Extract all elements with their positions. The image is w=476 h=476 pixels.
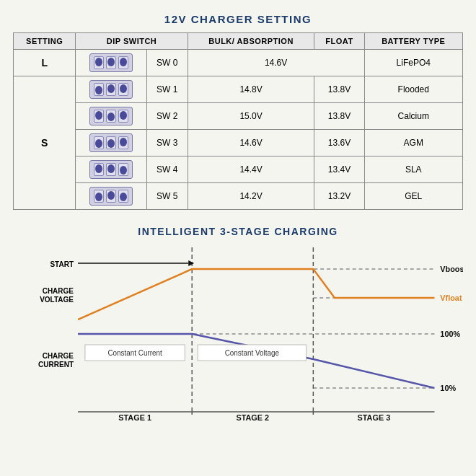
- cell-bulk-merged: 14.6V: [188, 50, 364, 76]
- cell-battery: Calcium: [364, 103, 462, 130]
- label-vfloat: Vfloat: [440, 294, 462, 302]
- table-row: SW 5 14.2V 13.2V GEL: [14, 183, 463, 210]
- label-charge-current: CHARGECURRENT: [38, 352, 74, 369]
- cell-battery: GEL: [364, 183, 462, 210]
- col-setting: SETTING: [14, 33, 76, 50]
- charger-section: 12V CHARGER SETTING SETTING DIP SWITCH B…: [13, 13, 463, 210]
- stage1-label: STAGE 1: [118, 413, 151, 422]
- cell-battery: AGM: [364, 130, 462, 157]
- svg-marker-7: [188, 260, 194, 266]
- cell-sw-label: SW 3: [146, 130, 188, 157]
- table-row: L SW 0 14.6V LiFePO4: [14, 50, 463, 76]
- cell-setting-s: S: [14, 76, 76, 210]
- chart-title: INTELLIGENT 3-STAGE CHARGING: [13, 226, 463, 237]
- charger-title: 12V CHARGER SETTING: [13, 13, 463, 25]
- cell-bulk: 14.8V: [188, 76, 314, 103]
- cell-sw-label: SW 4: [146, 157, 188, 183]
- cell-float: 13.8V: [314, 103, 364, 130]
- col-dipswitch: DIP SWITCH: [76, 33, 188, 50]
- col-bulk: BULK/ ABSORPTION: [188, 33, 314, 50]
- table-row: SW 3 14.6V 13.6V AGM: [14, 130, 463, 157]
- cell-dip-visual: [76, 130, 146, 157]
- charger-table: SETTING DIP SWITCH BULK/ ABSORPTION FLOA…: [13, 32, 463, 210]
- table-row: S SW 1 14.8V 13.8V Flooded: [14, 76, 463, 103]
- stage3-label: STAGE 3: [358, 413, 391, 422]
- cell-setting: L: [14, 50, 76, 76]
- cell-float: 13.4V: [314, 157, 364, 183]
- chart-area: START CHARGEVOLTAGE CHARGECURRENT: [13, 247, 463, 428]
- label-start: START: [50, 260, 74, 268]
- chart-svg: Vboost Vfloat 100% 10% Constant Current …: [78, 247, 463, 428]
- col-float: FLOAT: [314, 33, 364, 50]
- chart-section: INTELLIGENT 3-STAGE CHARGING START CHARG…: [13, 226, 463, 428]
- cell-dip-visual: [76, 183, 146, 210]
- label-vboost: Vboost: [440, 265, 463, 273]
- cell-sw-label: SW 1: [146, 76, 188, 103]
- cell-float: 13.8V: [314, 76, 364, 103]
- label-10pct: 10%: [440, 384, 456, 392]
- chart-svg-wrapper: Vboost Vfloat 100% 10% Constant Current …: [78, 247, 463, 428]
- cell-battery: Flooded: [364, 76, 462, 103]
- cell-battery: LiFePO4: [364, 50, 462, 76]
- cell-bulk: 14.6V: [188, 130, 314, 157]
- cell-bulk: 14.2V: [188, 183, 314, 210]
- cell-bulk: 15.0V: [188, 103, 314, 130]
- cell-dip-visual: [76, 50, 146, 76]
- table-row: SW 4 14.4V 13.4V SLA: [14, 157, 463, 183]
- cell-float: 13.2V: [314, 183, 364, 210]
- label-constant-voltage: Constant Voltage: [225, 349, 280, 357]
- cell-dip-visual: [76, 157, 146, 183]
- cell-float: 13.6V: [314, 130, 364, 157]
- cell-sw-label: SW 0: [146, 50, 188, 76]
- table-header-row: SETTING DIP SWITCH BULK/ ABSORPTION FLOA…: [14, 33, 463, 50]
- cell-sw-label: SW 2: [146, 103, 188, 130]
- cell-dip-visual: [76, 76, 146, 103]
- cell-battery: SLA: [364, 157, 462, 183]
- label-100pct: 100%: [440, 330, 460, 338]
- label-constant-current: Constant Current: [107, 349, 162, 357]
- label-charge-voltage: CHARGEVOLTAGE: [40, 287, 74, 304]
- cell-dip-visual: [76, 103, 146, 130]
- cell-sw-label: SW 5: [146, 183, 188, 210]
- stage2-label: STAGE 2: [236, 413, 269, 422]
- cell-bulk: 14.4V: [188, 157, 314, 183]
- col-battery: BATTERY TYPE: [364, 33, 462, 50]
- table-row: SW 2 15.0V 13.8V Calcium: [14, 103, 463, 130]
